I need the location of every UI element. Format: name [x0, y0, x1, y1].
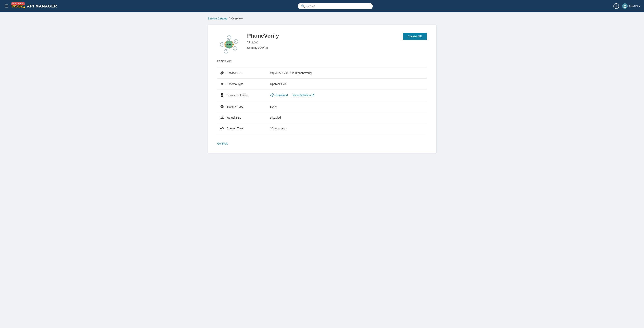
header-center: 🔍: [57, 3, 614, 9]
schema-type-value: Open API V3: [270, 82, 427, 86]
search-box[interactable]: 🔍: [298, 3, 373, 9]
service-icon: [218, 34, 240, 55]
svg-point-3: [624, 7, 626, 8]
search-input[interactable]: [306, 4, 370, 8]
svg-point-2: [624, 5, 626, 6]
header: ☰ PUBLISHER WSO22 API MANAGER 🔍 i: [0, 0, 644, 12]
wso2-circle-icon: 2: [23, 6, 26, 8]
security-type-label: Security Type: [227, 105, 270, 108]
user-area[interactable]: ADMIN ▾: [622, 3, 640, 9]
security-type-value: Basic: [270, 105, 427, 108]
page-content: Service Catalog / Overview: [204, 12, 440, 158]
breadcrumb: Service Catalog / Overview: [204, 17, 440, 20]
created-time-value: 10 hours ago: [270, 127, 427, 130]
download-link[interactable]: Download: [270, 93, 288, 97]
publisher-badge: PUBLISHER: [12, 2, 25, 5]
service-url-label: Service URL: [227, 71, 270, 75]
breadcrumb-overview: Overview: [231, 17, 242, 20]
svg-rect-15: [228, 40, 230, 42]
created-time-label: Created Time: [227, 127, 270, 130]
breadcrumb-separator: /: [229, 17, 230, 20]
logo-area: PUBLISHER WSO22 API MANAGER: [12, 4, 57, 8]
transfer-icon: [217, 116, 227, 119]
schema-type-row: <> Schema Type Open API V3: [217, 78, 427, 89]
security-type-row: Security Type Basic: [217, 101, 427, 112]
mutual-ssl-value: Disabled: [270, 116, 427, 119]
hamburger-icon[interactable]: ☰: [4, 3, 9, 9]
service-url-row: Service URL http://172.17.0.1:8290/phone…: [217, 67, 427, 78]
version-number: 1.0.0: [252, 41, 258, 44]
main-card: PhoneVerify 1.0.0 Used by 0 API(s) Creat…: [208, 25, 436, 153]
service-info: PhoneVerify 1.0.0 Used by 0 API(s): [247, 33, 397, 49]
user-name-label: ADMIN: [629, 4, 638, 8]
activity-icon: [217, 127, 227, 130]
cloud-download-icon: [270, 93, 274, 97]
go-back-link[interactable]: Go Back: [217, 142, 228, 145]
go-back-section: Go Back: [217, 140, 427, 145]
shield-icon: [217, 105, 227, 109]
link-icon: [217, 71, 227, 75]
svg-point-25: [230, 44, 231, 45]
search-icon: 🔍: [301, 4, 305, 8]
header-right: i ADMIN ▾: [614, 3, 640, 9]
user-icon: [623, 4, 627, 8]
create-api-button[interactable]: Create API: [403, 33, 427, 40]
service-definition-value: Download View Definition: [270, 93, 427, 97]
tag-icon: [247, 40, 250, 44]
details-section: Service URL http://172.17.0.1:8290/phone…: [217, 67, 427, 134]
code-brackets-icon: <>: [217, 82, 227, 86]
api-manager-text: API MANAGER: [27, 4, 57, 8]
svg-point-23: [227, 44, 228, 45]
service-icon-area: [217, 33, 241, 56]
sample-api-label: Sample API: [217, 59, 427, 63]
svg-text:2: 2: [24, 7, 25, 8]
service-url-value: http://172.17.0.1:8290/phoneverify: [270, 71, 427, 75]
svg-line-13: [226, 47, 228, 51]
wso2-logo: PUBLISHER WSO22 API MANAGER: [12, 4, 57, 8]
svg-point-26: [248, 41, 248, 42]
schema-type-label: Schema Type: [227, 82, 270, 86]
view-definition-link[interactable]: View Definition: [290, 94, 314, 97]
svg-rect-16: [228, 47, 230, 49]
breadcrumb-service-catalog[interactable]: Service Catalog: [208, 17, 227, 20]
created-time-row: Created Time 10 hours ago: [217, 123, 427, 134]
header-left: ☰ PUBLISHER WSO22 API MANAGER: [4, 3, 57, 9]
service-definition-label: Service Definition: [227, 94, 270, 97]
service-name: PhoneVerify: [247, 33, 397, 39]
svg-point-24: [228, 44, 230, 45]
service-usage: Used by 0 API(s): [247, 46, 397, 49]
mutual-ssl-row: Mutual SSL Disabled: [217, 112, 427, 123]
service-definition-row: Service Definition Download View Definit…: [217, 89, 427, 101]
chevron-down-icon: ▾: [639, 5, 640, 7]
mutual-ssl-label: Mutual SSL: [227, 116, 270, 119]
user-avatar: [622, 3, 628, 9]
service-header: PhoneVerify 1.0.0 Used by 0 API(s) Creat…: [217, 33, 427, 56]
service-version: 1.0.0: [247, 40, 397, 44]
file-icon: [217, 93, 227, 97]
view-definition-label: View Definition: [293, 94, 311, 97]
external-link-icon: [312, 94, 314, 97]
version-tag-icon: [247, 40, 250, 44]
info-icon[interactable]: i: [614, 3, 619, 9]
download-label: Download: [276, 94, 288, 97]
